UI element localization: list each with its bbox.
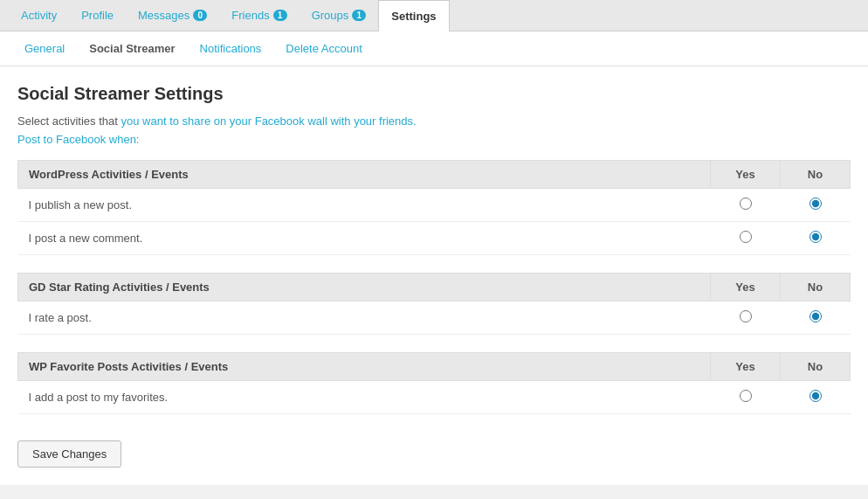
groups-badge: 1 bbox=[352, 10, 366, 21]
table-row: I post a new comment. bbox=[18, 222, 851, 255]
add-favorite-no-radio[interactable] bbox=[809, 390, 822, 402]
subnav-general-label: General bbox=[24, 42, 65, 55]
messages-badge: 0 bbox=[193, 10, 207, 21]
post-to-facebook-label: Post to Facebook when: bbox=[17, 133, 851, 146]
subnav-delete-account[interactable]: Delete Account bbox=[273, 31, 374, 66]
wordpress-header-label: WordPress Activities / Events bbox=[18, 161, 711, 189]
friends-badge: 1 bbox=[273, 10, 287, 21]
rate-post-label: I rate a post. bbox=[18, 301, 711, 335]
sub-navigation: General Social Streamer Notifications De… bbox=[0, 31, 868, 66]
tab-settings-label: Settings bbox=[391, 10, 436, 23]
rate-post-yes-cell bbox=[711, 301, 781, 335]
subnav-social-streamer-label: Social Streamer bbox=[89, 42, 175, 55]
new-comment-yes-radio[interactable] bbox=[740, 231, 752, 243]
tab-activity[interactable]: Activity bbox=[9, 0, 69, 31]
wordpress-table: WordPress Activities / Events Yes No I p… bbox=[17, 160, 851, 255]
subnav-notifications-label: Notifications bbox=[200, 42, 262, 55]
subnav-social-streamer[interactable]: Social Streamer bbox=[77, 31, 187, 66]
page-title: Social Streamer Settings bbox=[17, 84, 851, 104]
tab-profile-label: Profile bbox=[81, 9, 114, 22]
add-favorite-highlight: my favorites. bbox=[104, 391, 169, 404]
rate-post-no-radio[interactable] bbox=[809, 310, 822, 322]
wp-favorite-header-label: WP Favorite Posts Activities / Events bbox=[18, 353, 711, 381]
new-comment-yes-cell bbox=[711, 222, 781, 255]
add-favorite-no-cell bbox=[781, 381, 851, 414]
add-favorite-label: I add a post to my favorites. bbox=[18, 381, 711, 414]
gd-star-no-header: No bbox=[781, 274, 851, 301]
tab-activity-label: Activity bbox=[21, 9, 57, 22]
rate-post-no-cell bbox=[781, 301, 851, 335]
new-comment-no-radio[interactable] bbox=[809, 231, 822, 243]
gd-star-section-header: GD Star Rating Activities / Events Yes N… bbox=[18, 274, 851, 301]
table-row: I add a post to my favorites. bbox=[18, 381, 851, 414]
table-row: I rate a post. bbox=[18, 301, 851, 335]
save-changes-button[interactable]: Save Changes bbox=[17, 440, 121, 468]
wp-favorite-yes-header: Yes bbox=[711, 353, 781, 381]
wp-favorite-section-header: WP Favorite Posts Activities / Events Ye… bbox=[18, 353, 851, 381]
wordpress-section-header: WordPress Activities / Events Yes No bbox=[18, 161, 851, 189]
tab-friends[interactable]: Friends 1 bbox=[219, 0, 299, 31]
tab-messages-label: Messages bbox=[138, 9, 189, 22]
publish-post-no-cell bbox=[781, 189, 851, 222]
tab-messages[interactable]: Messages 0 bbox=[126, 0, 219, 31]
add-favorite-yes-cell bbox=[711, 381, 781, 414]
new-comment-no-cell bbox=[781, 222, 851, 255]
subnav-general[interactable]: General bbox=[12, 31, 77, 66]
rate-post-yes-radio[interactable] bbox=[740, 310, 752, 322]
gd-star-table: GD Star Rating Activities / Events Yes N… bbox=[17, 273, 851, 335]
gd-star-yes-header: Yes bbox=[711, 274, 781, 301]
table-row: I publish a new post. bbox=[18, 189, 851, 222]
wp-favorite-table: WP Favorite Posts Activities / Events Ye… bbox=[17, 352, 851, 414]
publish-post-yes-cell bbox=[711, 189, 781, 222]
tab-friends-label: Friends bbox=[231, 9, 269, 22]
wp-favorite-no-header: No bbox=[781, 353, 851, 381]
tab-groups-label: Groups bbox=[312, 9, 349, 22]
new-comment-label: I post a new comment. bbox=[18, 222, 711, 255]
publish-post-no-radio[interactable] bbox=[809, 198, 822, 210]
gd-star-header-label: GD Star Rating Activities / Events bbox=[18, 274, 711, 301]
add-favorite-yes-radio[interactable] bbox=[740, 390, 752, 402]
tab-profile[interactable]: Profile bbox=[69, 0, 126, 31]
wordpress-no-header: No bbox=[781, 161, 851, 189]
tab-groups[interactable]: Groups 1 bbox=[300, 0, 379, 31]
description-highlight: you want to share on your Facebook wall … bbox=[121, 114, 417, 128]
top-navigation: Activity Profile Messages 0 Friends 1 Gr… bbox=[0, 0, 868, 31]
page-description: Select activities that you want to share… bbox=[17, 114, 851, 128]
publish-post-yes-radio[interactable] bbox=[740, 198, 752, 210]
tab-settings[interactable]: Settings bbox=[378, 0, 449, 31]
description-prefix: Select activities that bbox=[17, 114, 121, 128]
main-content: Social Streamer Settings Select activiti… bbox=[0, 66, 868, 485]
publish-post-label: I publish a new post. bbox=[18, 189, 711, 222]
wordpress-yes-header: Yes bbox=[711, 161, 781, 189]
subnav-notifications[interactable]: Notifications bbox=[188, 31, 274, 66]
subnav-delete-account-label: Delete Account bbox=[286, 42, 362, 55]
